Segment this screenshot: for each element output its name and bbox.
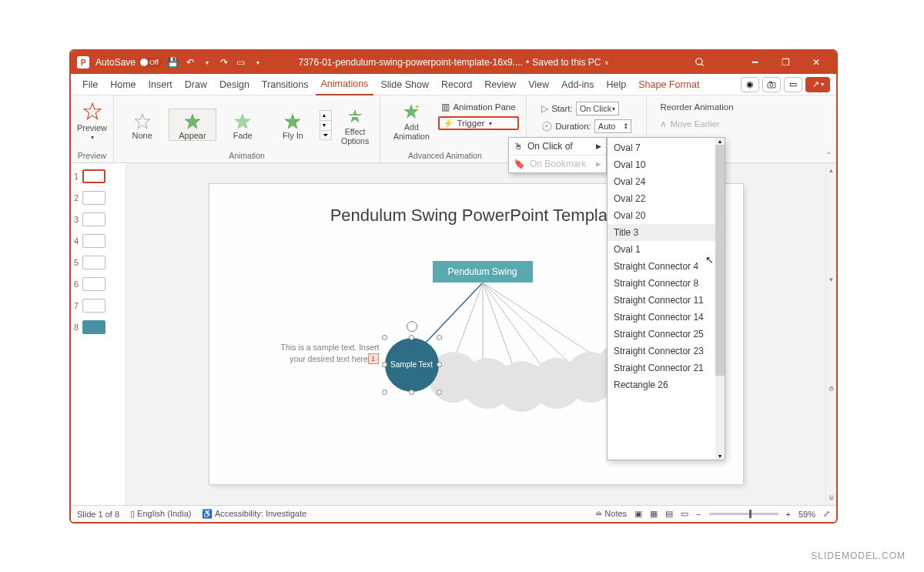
tab-record[interactable]: Record (436, 74, 477, 95)
trigger-button[interactable]: ⚡ Trigger ▾ (438, 116, 518, 130)
saved-state-label: Saved to this PC (532, 57, 601, 68)
from-beginning-icon[interactable]: ▭ (236, 57, 246, 68)
tab-view[interactable]: View (523, 74, 554, 95)
collapse-ribbon-icon[interactable]: ⌃ (825, 151, 832, 159)
trigger-option[interactable]: Oval 7 (608, 139, 715, 156)
effect-options-button[interactable]: Effect Options (335, 103, 375, 146)
thumb-3[interactable]: 3 (74, 212, 122, 226)
titlebar-left: P AutoSave Off 💾 ↶ ▾ ↷ ▭ ▾ (77, 56, 263, 69)
trigger-option[interactable]: Oval 10 (608, 156, 715, 173)
trigger-option[interactable]: Straight Connector 23 (608, 343, 715, 360)
svg-marker-8 (235, 114, 250, 129)
anim-fade[interactable]: Fade (219, 109, 266, 141)
comments-button-small[interactable]: ▭ (784, 77, 802, 92)
autosave-label: AutoSave (95, 57, 136, 68)
vertical-scrollbar[interactable]: ▴▾⟰⟱ (825, 163, 836, 505)
tab-home[interactable]: Home (105, 74, 141, 95)
tab-transitions[interactable]: Transitions (256, 74, 314, 95)
language-indicator[interactable]: ▯ English (India) (130, 509, 191, 519)
view-normal-icon[interactable]: ▣ (634, 509, 642, 519)
restore-button[interactable]: ❐ (772, 51, 799, 74)
tab-design[interactable]: Design (214, 74, 255, 95)
svg-line-1 (701, 64, 704, 66)
undo-dropdown-icon[interactable]: ▾ (202, 57, 213, 68)
share-button[interactable]: ↗▾ (805, 77, 830, 92)
thumb-8[interactable]: 8 (74, 320, 122, 334)
duration-value: Auto (598, 122, 616, 131)
zoom-slider[interactable] (709, 513, 778, 515)
view-slideshow-icon[interactable]: ▭ (681, 509, 688, 519)
trigger-on-click-of[interactable]: 🖱 On Click of ▶ (509, 138, 606, 155)
zoom-in-button[interactable]: + (786, 510, 791, 519)
view-sorter-icon[interactable]: ▦ (650, 509, 658, 519)
thumb-6[interactable]: 6 (74, 277, 122, 291)
undo-icon[interactable]: ↶ (185, 57, 196, 68)
trigger-option[interactable]: Straight Connector 21 (608, 360, 715, 376)
add-animation-button[interactable]: + Add Animation (387, 99, 435, 141)
start-dropdown[interactable]: On Click▾ (576, 102, 619, 115)
preview-button[interactable]: Preview ▾ (75, 99, 110, 141)
close-button[interactable]: ✕ (802, 51, 830, 74)
tab-help[interactable]: Help (601, 74, 631, 95)
duration-spinner[interactable]: Auto▴▾ (594, 119, 631, 133)
anim-appear[interactable]: Appear (169, 109, 216, 141)
trigger-option[interactable]: Rectangle 26 (608, 376, 715, 393)
autosave-toggle[interactable]: AutoSave Off (95, 57, 162, 68)
trigger-option[interactable]: Straight Connector 25 (608, 326, 715, 343)
start-label: Start: (551, 104, 572, 113)
trigger-option[interactable]: Oval 1 (608, 241, 715, 258)
circle-text: Sample Text (390, 360, 433, 370)
anim-flyin[interactable]: Fly In (270, 109, 316, 141)
accessibility-button[interactable]: ♿ Accessibility: Investigate (202, 509, 306, 519)
selected-circle[interactable]: Sample Text ⟳ 1 (385, 338, 439, 392)
pendulum-header[interactable]: Pendulum Swing (433, 261, 533, 283)
qat-customize-icon[interactable]: ▾ (253, 57, 263, 68)
camera-button-small[interactable] (762, 77, 781, 92)
record-button-small[interactable]: ◉ (741, 77, 759, 92)
tab-slideshow[interactable]: Slide Show (375, 74, 434, 95)
thumb-7[interactable]: 7 (74, 299, 122, 313)
notes-button[interactable]: ≐ Notes (595, 509, 627, 519)
zoom-out-button[interactable]: − (696, 510, 701, 519)
trigger-option[interactable]: Oval 24 (608, 173, 715, 190)
tab-addins[interactable]: Add-ins (556, 74, 599, 95)
svg-line-19 (483, 283, 573, 366)
save-icon[interactable]: 💾 (168, 57, 179, 68)
trigger-option[interactable]: Title 3 (608, 224, 715, 241)
trigger-option[interactable]: Straight Connector 14 (608, 309, 715, 326)
trigger-option[interactable]: Straight Connector 11 (608, 292, 715, 309)
thumb-1[interactable]: 1 (74, 169, 122, 183)
tab-insert[interactable]: Insert (143, 74, 178, 95)
fit-to-window-icon[interactable]: ⤢ (823, 509, 830, 519)
rotate-handle-icon[interactable]: ⟳ (407, 321, 417, 332)
gallery-down-icon[interactable]: ▾ (320, 120, 331, 129)
redo-icon[interactable]: ↷ (219, 57, 229, 68)
minimize-button[interactable]: ━ (741, 51, 768, 74)
thumb-2[interactable]: 2 (74, 191, 122, 205)
tab-animations[interactable]: Animations (316, 74, 374, 95)
move-earlier-button[interactable]: ∧Move Earlier (657, 117, 736, 131)
search-icon[interactable] (693, 55, 707, 69)
trigger-option[interactable]: Oval 20 (608, 207, 715, 224)
zoom-percent[interactable]: 59% (798, 510, 815, 519)
trigger-target-list: Oval 7 Oval 10 Oval 24 Oval 22 Oval 20 T… (607, 137, 725, 460)
flyout-scrollbar[interactable]: ▴ ▾ (715, 138, 725, 460)
view-reading-icon[interactable]: ▤ (665, 509, 673, 519)
group-animation-label: Animation (229, 151, 265, 162)
trigger-option[interactable]: Oval 22 (608, 190, 715, 207)
trigger-option[interactable]: Straight Connector 4 (608, 258, 715, 275)
thumb-4[interactable]: 4 (74, 234, 122, 248)
tab-shape-format[interactable]: Shape Format (633, 74, 705, 95)
svg-marker-9 (285, 114, 300, 129)
tab-review[interactable]: Review (479, 74, 521, 95)
gallery-up-icon[interactable]: ▴ (320, 111, 331, 119)
gallery-more-icon[interactable]: ⏷ (320, 130, 331, 139)
thumb-5[interactable]: 5 (74, 256, 122, 269)
tab-draw[interactable]: Draw (179, 74, 213, 95)
animation-pane-button[interactable]: ▥ Animation Pane (438, 100, 518, 114)
trigger-option[interactable]: Straight Connector 8 (608, 275, 715, 292)
svg-marker-7 (185, 114, 200, 129)
tab-file[interactable]: File (77, 74, 103, 95)
anim-none[interactable]: None (119, 109, 166, 141)
group-preview-label: Preview (78, 151, 106, 162)
